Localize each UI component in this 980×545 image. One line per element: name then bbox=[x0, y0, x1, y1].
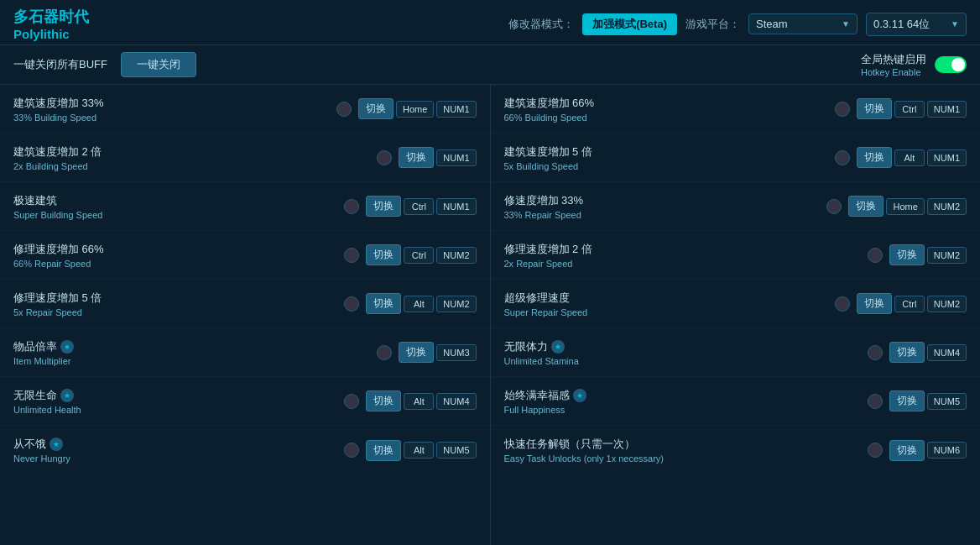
feature-name: 修理速度增加 2 倍2x Repair Speed bbox=[504, 242, 861, 269]
feature-name-cn: 建筑速度增加 2 倍 bbox=[13, 144, 370, 160]
feature-toggle[interactable] bbox=[835, 102, 850, 117]
switch-button[interactable]: 切换 bbox=[889, 440, 925, 461]
feature-name: 修速度增加 33%33% Repair Speed bbox=[504, 193, 821, 220]
key-cap: Ctrl bbox=[894, 101, 925, 118]
chevron-down-icon: ▼ bbox=[842, 19, 850, 29]
feature-toggle[interactable] bbox=[826, 199, 842, 214]
close-all-button[interactable]: 一键关闭 bbox=[121, 52, 196, 77]
switch-button[interactable]: 切换 bbox=[399, 147, 434, 168]
switch-button[interactable]: 切换 bbox=[889, 244, 925, 265]
switch-button[interactable]: 切换 bbox=[889, 342, 925, 363]
feature-name-en: 66% Repair Speed bbox=[13, 259, 337, 269]
key-group: 切换NUM3 bbox=[399, 342, 476, 363]
key-cap: NUM1 bbox=[927, 101, 967, 118]
switch-button[interactable]: 切换 bbox=[857, 98, 892, 119]
platform-select[interactable]: Steam ▼ bbox=[748, 13, 858, 34]
switch-button[interactable]: 切换 bbox=[366, 244, 401, 265]
feature-toggle[interactable] bbox=[344, 248, 359, 263]
key-group: 切换HomeNUM2 bbox=[848, 196, 967, 217]
feature-toggle[interactable] bbox=[377, 345, 392, 360]
key-cap: NUM1 bbox=[436, 198, 476, 215]
feature-toggle[interactable] bbox=[336, 102, 352, 117]
feature-name: 超级修理速度Super Repair Speed bbox=[504, 291, 828, 317]
key-group: 切换HomeNUM1 bbox=[358, 98, 477, 119]
switch-button[interactable]: 切换 bbox=[366, 440, 401, 461]
feature-row: 修速度增加 33%33% Repair Speed切换HomeNUM2 bbox=[491, 182, 981, 231]
feature-toggle[interactable] bbox=[868, 394, 883, 409]
switch-button[interactable]: 切换 bbox=[848, 196, 884, 217]
feature-name-en: Unlimited Stamina bbox=[504, 356, 861, 366]
feature-name-en: 33% Repair Speed bbox=[504, 210, 821, 220]
hotkey-label-en: Hotkey Enable bbox=[861, 67, 921, 77]
key-group: 切换CtrlNUM2 bbox=[366, 244, 476, 265]
key-group: 切换NUM2 bbox=[889, 244, 967, 265]
feature-name-en: 5x Building Speed bbox=[504, 161, 828, 171]
feature-toggle[interactable] bbox=[377, 150, 392, 165]
feature-name-cn: 修理速度增加 5 倍 bbox=[13, 291, 337, 306]
feature-name-cn: 修理速度增加 2 倍 bbox=[504, 242, 861, 257]
switch-button[interactable]: 切换 bbox=[889, 390, 925, 411]
feature-toggle[interactable] bbox=[868, 443, 883, 458]
switch-button[interactable]: 切换 bbox=[857, 293, 892, 314]
feature-toggle[interactable] bbox=[835, 150, 850, 165]
header: 多石器时代 Polylithic 修改器模式： 加强模式(Beta) 游戏平台：… bbox=[0, 0, 980, 45]
feature-name: 建筑速度增加 5 倍5x Building Speed bbox=[504, 144, 828, 171]
switch-button[interactable]: 切换 bbox=[366, 293, 401, 314]
feature-toggle[interactable] bbox=[868, 248, 883, 263]
key-cap: NUM1 bbox=[436, 101, 476, 118]
feature-row: 修理速度增加 66%66% Repair Speed切换CtrlNUM2 bbox=[0, 231, 490, 280]
key-cap: Home bbox=[396, 101, 434, 118]
toolbar-right: 全局热键启用 Hotkey Enable bbox=[861, 52, 967, 77]
hotkey-toggle[interactable] bbox=[935, 56, 967, 73]
hotkey-label-cn: 全局热键启用 bbox=[861, 52, 926, 67]
key-cap: Ctrl bbox=[894, 296, 925, 312]
key-cap: Home bbox=[886, 198, 924, 215]
feature-name-cn: 始终满幸福感★ bbox=[504, 388, 861, 403]
feature-name: 从不饿★Never Hungry bbox=[13, 437, 337, 464]
feature-row: 修理速度增加 2 倍2x Repair Speed切换NUM2 bbox=[491, 231, 981, 280]
star-badge: ★ bbox=[551, 340, 565, 354]
feature-name-cn: 物品倍率★ bbox=[13, 339, 370, 354]
feature-name: 无限体力★Unlimited Stamina bbox=[504, 339, 861, 366]
version-value: 0.3.11 64位 bbox=[873, 17, 930, 32]
feature-name-en: 66% Building Speed bbox=[504, 113, 828, 123]
feature-toggle[interactable] bbox=[835, 296, 850, 312]
switch-button[interactable]: 切换 bbox=[366, 390, 401, 411]
feature-row: 始终满幸福感★Full Happiness切换NUM5 bbox=[491, 377, 981, 426]
key-group: 切换AltNUM1 bbox=[857, 147, 967, 168]
game-title-cn: 多石器时代 bbox=[13, 7, 89, 27]
feature-toggle[interactable] bbox=[344, 394, 359, 409]
feature-name-cn: 无限体力★ bbox=[504, 339, 861, 354]
feature-toggle[interactable] bbox=[344, 443, 359, 458]
switch-button[interactable]: 切换 bbox=[399, 342, 434, 363]
key-cap: NUM1 bbox=[927, 149, 967, 166]
key-group: 切换AltNUM4 bbox=[366, 390, 476, 411]
feature-toggle[interactable] bbox=[344, 199, 359, 214]
feature-name: 始终满幸福感★Full Happiness bbox=[504, 388, 861, 415]
feature-name: 建筑速度增加 66%66% Building Speed bbox=[504, 96, 828, 123]
key-group: 切换AltNUM5 bbox=[366, 440, 476, 461]
feature-toggle[interactable] bbox=[868, 345, 883, 360]
feature-row: 建筑速度增加 33%33% Building Speed切换HomeNUM1 bbox=[0, 85, 490, 134]
feature-name-cn: 建筑速度增加 66% bbox=[504, 96, 828, 111]
feature-name: 修理速度增加 5 倍5x Repair Speed bbox=[13, 291, 337, 317]
mode-button[interactable]: 加强模式(Beta) bbox=[582, 13, 677, 35]
key-cap: NUM3 bbox=[436, 344, 476, 361]
toolbar-left: 一键关闭所有BUFF 一键关闭 bbox=[13, 52, 196, 77]
key-group: 切换CtrlNUM2 bbox=[857, 293, 967, 314]
key-group: 切换NUM5 bbox=[889, 390, 967, 411]
feature-name-en: Full Happiness bbox=[504, 405, 861, 415]
star-badge: ★ bbox=[573, 389, 586, 402]
feature-name-cn: 修理速度增加 66% bbox=[13, 242, 337, 257]
feature-name-cn: 建筑速度增加 5 倍 bbox=[504, 144, 828, 160]
feature-name-en: Never Hungry bbox=[13, 453, 337, 464]
feature-name: 建筑速度增加 33%33% Building Speed bbox=[13, 96, 330, 123]
feature-toggle[interactable] bbox=[344, 296, 359, 312]
feature-row: 修理速度增加 5 倍5x Repair Speed切换AltNUM2 bbox=[0, 280, 490, 328]
switch-button[interactable]: 切换 bbox=[358, 98, 394, 119]
feature-name: 物品倍率★Item Multiplier bbox=[13, 339, 370, 366]
version-select[interactable]: 0.3.11 64位 ▼ bbox=[866, 13, 967, 36]
key-group: 切换NUM4 bbox=[889, 342, 967, 363]
switch-button[interactable]: 切换 bbox=[857, 147, 892, 168]
switch-button[interactable]: 切换 bbox=[366, 196, 401, 217]
